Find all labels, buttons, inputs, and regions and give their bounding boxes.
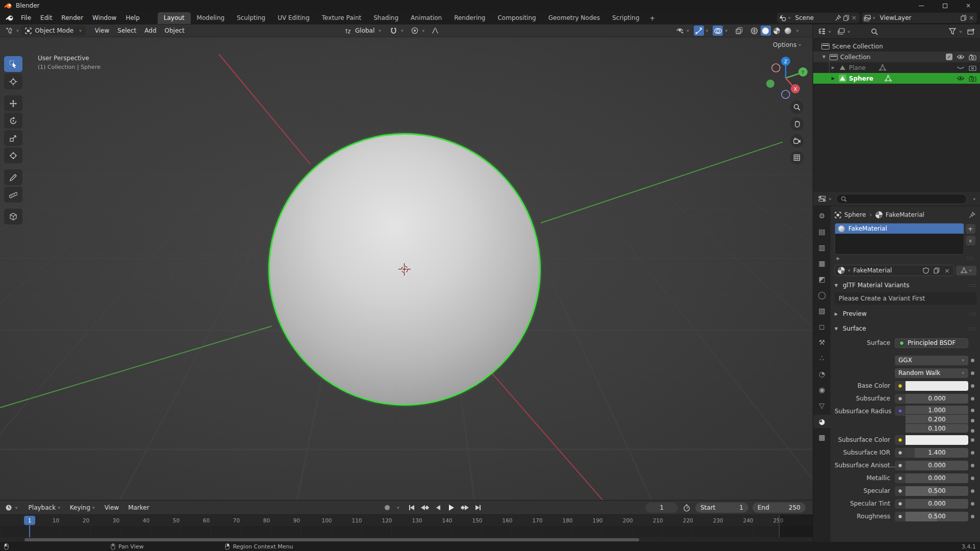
disable-render-camera-icon[interactable] xyxy=(969,76,976,82)
chevron-down-icon[interactable]: ∨ xyxy=(972,197,976,201)
menu-item[interactable]: Window xyxy=(88,13,121,23)
tool-scale[interactable] xyxy=(4,130,22,146)
disclosure-right-icon[interactable]: ▶ xyxy=(830,76,837,81)
current-frame-field[interactable]: 1 xyxy=(645,503,678,513)
maximize-button[interactable] xyxy=(933,0,957,11)
base-color-swatch[interactable] xyxy=(906,381,968,391)
timeline-editor-type-icon[interactable] xyxy=(4,504,13,511)
new-view-layer-icon[interactable] xyxy=(960,15,968,21)
tool-add-cube[interactable] xyxy=(4,209,22,224)
chevron-down-icon[interactable]: ∨ xyxy=(959,30,962,33)
playback-menu[interactable]: Playback∨ xyxy=(24,503,65,513)
pan-hand-icon[interactable] xyxy=(790,117,803,131)
viewport-3d[interactable]: ∨ Object Mode ∨ ViewSelectAddObject Glob… xyxy=(0,24,813,500)
radius-z-field[interactable]: 0.100 xyxy=(906,424,968,433)
panel-gltf-variants[interactable]: ▼ glTF Material Variants :::: xyxy=(835,280,976,291)
tab-particles[interactable]: ∴ xyxy=(813,352,831,365)
decorator-dot[interactable] xyxy=(971,477,974,480)
hide-viewport-eye-icon[interactable] xyxy=(957,76,965,81)
breadcrumb-material[interactable]: FakeMaterial xyxy=(886,211,924,218)
tab-collection[interactable]: ▧ xyxy=(813,304,831,317)
decorator-dot[interactable] xyxy=(971,438,974,442)
disable-render-camera-icon[interactable] xyxy=(969,54,976,60)
decorator-dot[interactable] xyxy=(971,489,974,493)
playhead-current-frame[interactable]: 1 xyxy=(24,516,35,525)
view-menu[interactable]: View xyxy=(100,503,123,513)
auto-keying-record-button[interactable] xyxy=(382,503,393,513)
decorator-dot[interactable] xyxy=(971,502,974,506)
material-name-field[interactable]: FakeMaterial xyxy=(853,267,920,274)
tab-output[interactable]: ▥ xyxy=(813,241,831,254)
show-overlays-button[interactable] xyxy=(713,26,723,36)
outliner-editor-type-icon[interactable] xyxy=(817,28,826,35)
menu-item[interactable]: Help xyxy=(121,13,144,23)
filter-icon[interactable] xyxy=(948,28,957,35)
tab-texture[interactable]: ▩ xyxy=(813,431,831,444)
radius-y-field[interactable]: 0.200 xyxy=(906,415,968,423)
disclosure-right-icon[interactable]: ▶ xyxy=(830,65,837,70)
slot-list-resize[interactable]: ▶ :::: xyxy=(835,255,976,262)
viewport-canvas[interactable]: User Perspective (1) Collection | Sphere… xyxy=(0,37,813,500)
breadcrumb-object[interactable]: Sphere xyxy=(844,211,866,218)
subsurface-slider[interactable]: 0.000 xyxy=(906,394,968,404)
scene-name[interactable]: Scene xyxy=(795,14,830,21)
specular-tint-slider[interactable]: 0.000 xyxy=(906,499,968,509)
disclosure-down-icon[interactable]: ▼ xyxy=(835,283,843,288)
timeline-ruler[interactable]: 1020304050607080901001101201301401501601… xyxy=(0,515,813,526)
subsurface-aniso-slider[interactable]: 0.000 xyxy=(906,461,968,470)
jump-to-start-button[interactable] xyxy=(406,503,417,513)
show-gizmo-button[interactable] xyxy=(694,26,704,36)
end-frame-field[interactable]: End250 xyxy=(752,503,806,513)
chevron-down-icon[interactable]: ∨ xyxy=(872,16,876,20)
tab-sculpting[interactable]: Sculpting xyxy=(231,12,271,24)
unlink-material-icon[interactable]: × xyxy=(943,267,951,274)
panel-grip-icon[interactable]: :::: xyxy=(969,327,976,331)
resize-grip-icon[interactable]: :::: xyxy=(967,256,974,261)
xray-toggle-button[interactable] xyxy=(734,26,744,36)
outliner-row-sphere[interactable]: ▶ Sphere xyxy=(813,73,980,84)
tab-view-layer[interactable]: ▦ xyxy=(813,257,831,270)
material-slot-list[interactable]: FakeMaterial xyxy=(835,223,964,255)
next-keyframe-button[interactable] xyxy=(459,503,470,513)
tab-texture-paint[interactable]: Texture Paint xyxy=(316,12,367,24)
object-visibility-icon[interactable] xyxy=(674,26,685,36)
orientation-label[interactable]: Global xyxy=(355,27,374,34)
disclosure-down-icon[interactable]: ▼ xyxy=(835,327,843,331)
outliner-row-plane[interactable]: ▶ Plane xyxy=(813,62,980,73)
new-scene-icon[interactable] xyxy=(842,15,850,21)
surface-shader-button[interactable]: Principled BSDF xyxy=(895,338,968,348)
zoom-icon[interactable] xyxy=(790,101,803,114)
tab-tool[interactable]: ⚙ xyxy=(813,209,831,222)
start-frame-field[interactable]: Start1 xyxy=(695,503,748,513)
sss-method-dropdown[interactable]: Random Walk ∨ xyxy=(895,368,968,378)
hide-viewport-eye-icon[interactable] xyxy=(957,54,965,60)
decorator-dot[interactable] xyxy=(971,359,974,362)
tab-layout[interactable]: Layout xyxy=(158,12,191,24)
fake-user-shield-icon[interactable] xyxy=(922,267,930,274)
panel-grip-icon[interactable]: :::: xyxy=(969,283,976,288)
tool-measure[interactable] xyxy=(4,187,22,203)
viewport-menu-item[interactable]: Select xyxy=(113,26,140,36)
panel-grip-icon[interactable]: :::: xyxy=(969,312,976,316)
tool-transform[interactable] xyxy=(4,147,22,163)
chevron-down-icon[interactable]: ∨ xyxy=(847,30,851,33)
add-workspace-button[interactable]: + xyxy=(645,13,659,23)
distribution-dropdown[interactable]: GGX ∨ xyxy=(895,356,968,365)
decorator-dot[interactable] xyxy=(971,429,974,433)
decorator-dot[interactable] xyxy=(971,419,974,422)
tab-modeling[interactable]: Modeling xyxy=(191,12,231,24)
pin-id-icon[interactable] xyxy=(968,212,976,218)
metallic-slider[interactable]: 0.000 xyxy=(906,473,968,483)
proportional-edit-icon[interactable] xyxy=(410,26,420,36)
playhead-line[interactable] xyxy=(29,524,30,537)
decorator-dot[interactable] xyxy=(971,464,974,467)
copy-material-icon[interactable] xyxy=(933,267,941,273)
tool-cursor[interactable] xyxy=(4,73,22,89)
tab-rendering[interactable]: Rendering xyxy=(448,12,491,24)
link-material-to-button[interactable]: ∨ xyxy=(956,266,976,276)
tab-compositing[interactable]: Compositing xyxy=(491,12,542,24)
specular-slider[interactable]: 0.500 xyxy=(906,486,968,496)
tool-annotate[interactable] xyxy=(4,169,22,185)
tab-uv-editing[interactable]: UV Editing xyxy=(271,12,316,24)
decorator-dot[interactable] xyxy=(971,409,974,412)
